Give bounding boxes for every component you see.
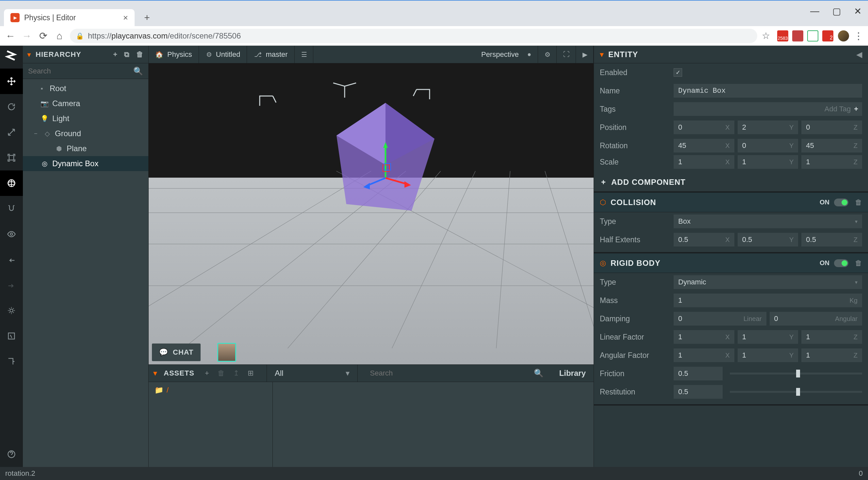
scale-y[interactable]: 1Y [738,155,798,169]
scale-z[interactable]: 1Z [801,155,862,169]
tool-publish[interactable] [0,349,23,374]
grid-view-button[interactable]: ⊞ [248,369,253,378]
friction-slider[interactable] [730,373,862,375]
library-button[interactable]: Library [556,369,589,378]
browser-tab[interactable]: ▸ Physics | Editor × [4,9,134,26]
ext-icon-2[interactable] [792,30,803,41]
tab-close-button[interactable]: × [123,13,128,23]
tree-item-plane[interactable]: ⬢ Plane [23,141,148,156]
add-entity-button[interactable]: + [113,50,118,59]
delete-asset-button[interactable]: 🗑 [218,369,225,378]
damping-angular-input[interactable]: 0Angular [770,312,863,325]
chevron-down-icon[interactable]: ▾ [27,51,31,59]
logo-icon[interactable] [5,49,18,62]
add-component-button[interactable]: + ADD COMPONENT [594,173,868,193]
position-x[interactable]: 0X [674,121,734,134]
tool-code[interactable] [0,323,23,349]
name-input[interactable] [674,84,862,98]
rotation-x[interactable]: 45X [674,139,734,153]
tool-resize[interactable] [0,145,23,170]
profile-avatar[interactable] [838,30,849,41]
list-button[interactable]: ☰ [295,46,313,63]
tree-item-camera[interactable]: 📷 Camera [23,96,148,111]
tree-item-light[interactable]: 💡 Light [23,111,148,126]
online-user-avatar[interactable] [217,343,236,362]
tool-visibility[interactable] [0,221,23,247]
add-asset-button[interactable]: + [205,369,209,378]
tree-item-ground[interactable]: − ◇ Ground [23,126,148,141]
delete-collision-button[interactable]: 🗑 [855,198,862,207]
tool-move[interactable] [0,69,23,94]
forward-button[interactable]: → [21,30,33,42]
gmail-ext-icon[interactable]: 2583 [777,30,788,41]
collapse-panel-icon[interactable]: ◀ [856,50,862,59]
root-folder[interactable]: 📁 / [155,386,267,394]
assets-content[interactable] [273,382,594,467]
collision-toggle[interactable] [834,198,848,206]
browser-menu-button[interactable]: ⋮ [854,30,863,41]
view-mode-button[interactable]: Perspective● [475,46,538,63]
hierarchy-search[interactable]: 🔍 [23,63,148,79]
bookmark-star-icon[interactable]: ☆ [762,30,770,41]
scale-x[interactable]: 1X [674,155,734,169]
chevron-down-icon[interactable]: ▾ [600,50,604,59]
minimize-button[interactable]: — [810,6,819,17]
add-tag-icon[interactable]: + [854,105,858,113]
tool-scale[interactable] [0,120,23,145]
duplicate-button[interactable]: ⧉ [124,50,130,59]
mass-input[interactable]: 1Kg [674,293,862,307]
tree-item-dynamic-box[interactable]: ◎ Dynamic Box [23,156,148,171]
rotation-y[interactable]: 0Y [738,139,798,153]
branch-button[interactable]: ⎇master [248,46,294,63]
restitution-input[interactable]: 0.5 [674,385,723,399]
rigidbody-type-select[interactable]: Dynamic▾ [674,275,862,289]
tool-world[interactable] [0,170,23,196]
hierarchy-search-input[interactable] [28,67,133,75]
collision-type-select[interactable]: Box▾ [674,215,862,228]
delete-button[interactable]: 🗑 [136,50,144,59]
maximize-button[interactable]: ▢ [832,6,841,17]
linear-factor-z[interactable]: 1Z [801,330,862,344]
tool-rotate[interactable] [0,94,23,120]
viewport[interactable]: 💬 CHAT [149,63,594,364]
linear-factor-x[interactable]: 1X [674,330,734,344]
linear-factor-y[interactable]: 1Y [738,330,798,344]
close-window-button[interactable]: ✕ [854,6,862,17]
angular-factor-x[interactable]: 1X [674,348,734,362]
home-button[interactable]: ⌂ [54,30,65,42]
position-z[interactable]: 0Z [801,121,862,134]
settings-button[interactable]: ⚙ [539,46,557,63]
tool-bake[interactable] [0,298,23,323]
new-tab-button[interactable]: + [141,11,154,24]
friction-input[interactable]: 0.5 [674,367,723,380]
tree-item-root[interactable]: ▪ Root [23,81,148,96]
chevron-down-icon[interactable]: ▾ [153,369,157,378]
tags-input[interactable]: Add Tag+ [674,102,862,116]
restitution-slider[interactable] [730,391,862,393]
position-y[interactable]: 2Y [738,121,798,134]
rigidbody-header[interactable]: ◎ RIGID BODY ON 🗑 [594,253,868,273]
ext-icon-3[interactable] [807,30,818,41]
damping-linear-input[interactable]: 0Linear [674,312,766,325]
half-extents-y[interactable]: 0.5Y [738,233,798,247]
angular-factor-z[interactable]: 1Z [801,348,862,362]
assets-search-input[interactable] [370,369,530,378]
enabled-checkbox[interactable]: ✓ [674,68,682,77]
assets-search[interactable]: 🔍 [364,369,550,378]
angular-factor-y[interactable]: 1Y [738,348,798,362]
rigidbody-toggle[interactable] [834,259,848,267]
ext-icon-4[interactable]: 2 [822,30,833,41]
half-extents-x[interactable]: 0.5X [674,233,734,247]
play-button[interactable]: ▶ [577,46,594,63]
tool-undo[interactable] [0,247,23,272]
back-button[interactable]: ← [5,30,16,42]
scene-home-button[interactable]: 🏠Physics [149,46,199,63]
reload-button[interactable]: ⟳ [37,30,49,42]
tool-snap[interactable] [0,196,23,221]
collapse-toggle[interactable]: − [34,130,39,137]
assets-filter-dropdown[interactable]: All ▾ [267,365,358,382]
project-name-button[interactable]: ⚙Untitled [199,46,247,63]
half-extents-z[interactable]: 0.5Z [801,233,862,247]
help-button[interactable] [0,442,23,467]
delete-rigidbody-button[interactable]: 🗑 [855,259,862,267]
